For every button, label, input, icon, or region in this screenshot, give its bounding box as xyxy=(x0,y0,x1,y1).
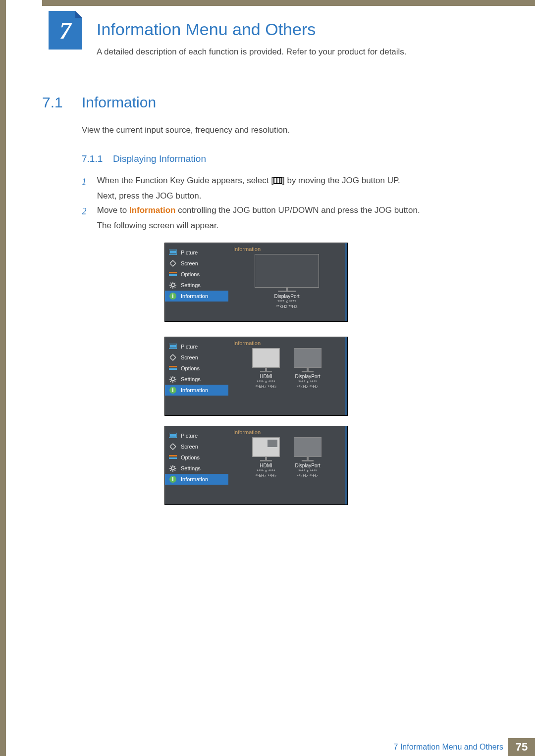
svg-point-12 xyxy=(171,378,174,381)
monitor-screen xyxy=(255,254,319,288)
info-icon xyxy=(169,387,177,394)
step-2-text-c: The following screen will appear. xyxy=(97,221,219,230)
svg-rect-19 xyxy=(169,457,177,459)
monitor-resolution: **** x **** xyxy=(257,468,275,473)
picture-icon xyxy=(169,249,177,256)
osd-content: Information HDMI **** x **** **kHz **Hz … xyxy=(228,337,345,415)
info-icon xyxy=(169,476,177,483)
monitor-frequency: **kHz **Hz xyxy=(297,473,318,478)
step-1-text-c: Next, press the JOG button. xyxy=(97,191,202,201)
monitor-resolution: **** x **** xyxy=(298,468,317,473)
osd-menu-information-label: Information xyxy=(181,387,208,393)
monitor-resolution: **** x **** xyxy=(277,299,296,304)
monitor-row: HDMI **** x **** **kHz **Hz DisplayPort … xyxy=(233,437,340,478)
step-2: 2 Move to Information controlling the JO… xyxy=(82,203,454,233)
svg-point-4 xyxy=(171,284,174,287)
page-left-stripe xyxy=(0,0,6,756)
monitor-frequency: **kHz **Hz xyxy=(255,384,276,389)
osd-menu-settings-label: Settings xyxy=(181,282,201,288)
picture-icon xyxy=(169,432,177,439)
info-icon xyxy=(169,293,177,300)
svg-rect-7 xyxy=(172,294,173,295)
monitor-resolution: **** x **** xyxy=(298,379,317,384)
svg-rect-14 xyxy=(172,389,173,392)
monitor-base xyxy=(302,460,314,461)
osd-menu-information: Information xyxy=(165,474,228,485)
step-2-highlight: Information xyxy=(129,205,176,215)
monitor-screen xyxy=(294,348,321,368)
osd-menu-options-label: Options xyxy=(181,271,200,277)
osd-panel-2: Picture Screen Options Settings Informat… xyxy=(164,337,348,416)
osd-menu-picture: Picture xyxy=(165,430,228,441)
osd-menu-screen-label: Screen xyxy=(181,444,198,450)
svg-rect-2 xyxy=(169,272,177,273)
osd-menu-settings: Settings xyxy=(165,463,228,474)
monitor-row: HDMI **** x **** **kHz **Hz DisplayPort … xyxy=(233,348,340,389)
screen-icon xyxy=(169,354,177,361)
osd-menu-information: Information xyxy=(165,291,228,302)
osd-menu-information: Information xyxy=(165,385,228,396)
osd-menu: Picture Screen Options Settings Informat… xyxy=(165,426,228,504)
monitor-frequency: **kHz **Hz xyxy=(255,473,276,478)
step-2-text-a: Move to xyxy=(97,205,129,215)
monitor-source: DisplayPort xyxy=(295,374,320,379)
step-1-body: When the Function Key Guide appears, sel… xyxy=(97,173,454,203)
svg-rect-10 xyxy=(169,366,177,367)
monitor-source: DisplayPort xyxy=(295,463,320,468)
osd-menu-options: Options xyxy=(165,363,228,374)
section-number: 7.1 xyxy=(42,94,63,111)
monitor-source: HDMI xyxy=(260,374,272,379)
monitor-base xyxy=(260,371,272,372)
options-icon xyxy=(169,454,177,461)
chapter-title: Information Menu and Others xyxy=(97,20,316,39)
step-1-text-a: When the Function Key Guide appears, sel… xyxy=(97,176,273,185)
subsection-number: 7.1.1 xyxy=(82,153,103,164)
monitor-frequency: **kHz **Hz xyxy=(297,384,318,389)
monitor-resolution: **** x **** xyxy=(257,379,275,384)
step-2-body: Move to Information controlling the JOG … xyxy=(97,203,454,233)
section-title: Information xyxy=(82,94,156,111)
monitor-source: DisplayPort xyxy=(274,294,299,299)
svg-rect-3 xyxy=(169,274,177,276)
osd-content: Information HDMI **** x **** **kHz **Hz … xyxy=(228,426,345,504)
osd-menu-picture-label: Picture xyxy=(181,250,198,255)
svg-rect-18 xyxy=(169,455,177,456)
step-1-text-b: ] by moving the JOG button UP. xyxy=(282,176,400,185)
chapter-number: 7 xyxy=(59,17,71,44)
options-icon xyxy=(169,271,177,278)
svg-rect-11 xyxy=(169,368,177,370)
osd-accent-stripe xyxy=(345,243,347,321)
osd-menu-settings: Settings xyxy=(165,280,228,291)
svg-rect-1 xyxy=(170,251,176,253)
svg-rect-6 xyxy=(172,295,173,298)
osd-content: Information DisplayPort **** x **** **kH… xyxy=(228,243,345,321)
osd-menu-picture: Picture xyxy=(165,247,228,258)
osd-menu-picture-label: Picture xyxy=(181,344,198,350)
osd-menu: Picture Screen Options Settings Informat… xyxy=(165,337,228,415)
footer-chapter-text: 7 Information Menu and Others xyxy=(394,743,503,752)
monitor-left: HDMI **** x **** **kHz **Hz xyxy=(252,437,280,478)
chapter-badge: 7 xyxy=(49,11,82,50)
footer-page-number: 75 xyxy=(508,738,535,756)
osd-panel-3: Picture Screen Options Settings Informat… xyxy=(164,426,348,505)
monitor-source: HDMI xyxy=(260,463,272,468)
osd-menu-picture: Picture xyxy=(165,341,228,352)
svg-rect-23 xyxy=(172,477,173,478)
osd-accent-stripe xyxy=(345,426,347,504)
pip-inset xyxy=(268,440,277,447)
monitor-right: DisplayPort **** x **** **kHz **Hz xyxy=(294,437,321,478)
page-footer: 7 Information Menu and Others 75 xyxy=(42,738,535,756)
osd-menu-screen: Screen xyxy=(165,258,228,269)
monitor-screen xyxy=(294,437,321,457)
osd-menu: Picture Screen Options Settings Informat… xyxy=(165,243,228,321)
page-top-bar xyxy=(42,0,535,6)
monitor-row: DisplayPort **** x **** **kHz **Hz xyxy=(233,254,340,309)
step-2-number: 2 xyxy=(82,203,95,220)
osd-menu-settings: Settings xyxy=(165,374,228,385)
svg-rect-9 xyxy=(170,345,176,348)
osd-menu-screen-label: Screen xyxy=(181,260,198,266)
svg-rect-17 xyxy=(170,434,176,437)
svg-rect-15 xyxy=(172,388,173,389)
settings-icon xyxy=(169,376,177,383)
step-1: 1 When the Function Key Guide appears, s… xyxy=(82,173,454,203)
